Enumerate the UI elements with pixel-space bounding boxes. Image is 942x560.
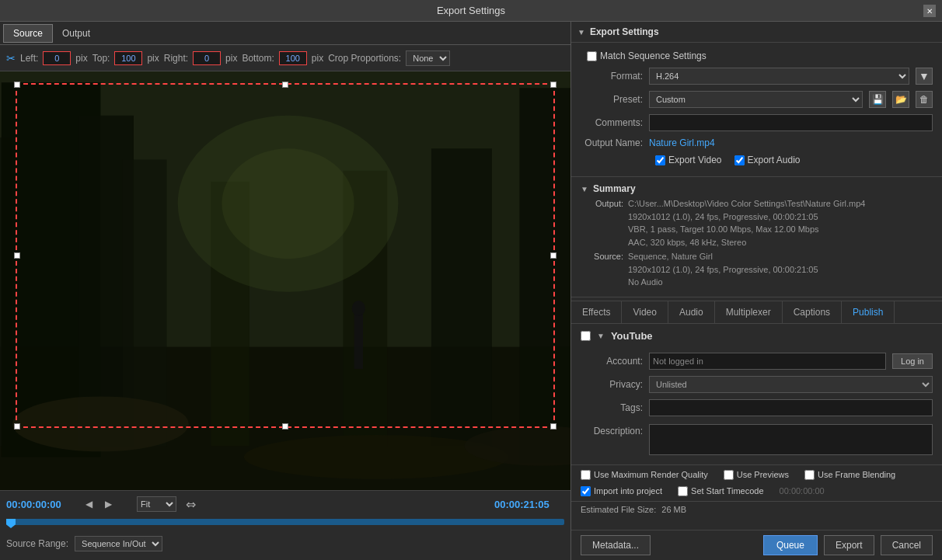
max-render-quality-checkbox[interactable] — [581, 470, 591, 480]
set-start-timecode-checkbox[interactable] — [678, 486, 688, 496]
comments-row: Comments: — [581, 111, 933, 134]
svg-rect-7 — [519, 88, 570, 462]
match-sequence-checkbox[interactable] — [587, 51, 597, 61]
bottom-input[interactable] — [279, 51, 307, 65]
title-bar: Export Settings ✕ — [0, 0, 942, 22]
zoom-select[interactable]: Fit 25% 50% 100% — [137, 496, 176, 512]
match-sequence-label: Match Sequence Settings — [600, 50, 706, 61]
crop-proportions-select[interactable]: None — [406, 50, 450, 66]
crop-controls: ✂ Left: pix Top: pix Right: pix Bottom: … — [0, 45, 570, 71]
export-button[interactable]: Export — [824, 535, 874, 555]
summary-collapse[interactable]: ▼ — [581, 185, 588, 193]
crop-icon: ✂ — [6, 52, 16, 64]
export-settings-area: Match Sequence Settings Format: H.264 H.… — [571, 43, 942, 173]
tab-source[interactable]: Source — [3, 24, 53, 43]
export-video-label: Export Video — [668, 155, 722, 165]
export-settings-title: Export Settings — [590, 26, 659, 37]
tab-effects[interactable]: Effects — [571, 301, 622, 323]
video-preview — [0, 71, 570, 490]
transport-forward[interactable]: ▶ — [102, 497, 115, 511]
metadata-button[interactable]: Metadata... — [581, 535, 651, 555]
login-button[interactable]: Log in — [892, 353, 933, 369]
format-icon-1: ▼ — [916, 68, 933, 85]
delete-preset-btn[interactable]: 🗑 — [916, 91, 933, 108]
set-start-timecode-check[interactable]: Set Start Timecode — [678, 486, 764, 496]
left-panel: Source Output ✂ Left: pix Top: pix Right… — [0, 22, 571, 560]
top-unit: pix — [147, 53, 159, 64]
account-row: Account: Log in — [581, 350, 933, 373]
comments-input[interactable] — [649, 114, 933, 131]
source-range-select[interactable]: Sequence In/Out Work Area Entire Sequenc… — [75, 536, 162, 551]
queue-button[interactable]: Queue — [763, 535, 818, 555]
file-size-value: 26 MB — [661, 505, 686, 514]
collapse-arrow[interactable]: ▼ — [577, 28, 585, 37]
export-audio-checkbox[interactable] — [734, 155, 745, 165]
comments-label: Comments: — [581, 117, 643, 128]
timeline-bar-area[interactable] — [0, 517, 570, 533]
use-previews-check[interactable]: Use Previews — [724, 470, 789, 480]
format-label: Format: — [581, 71, 643, 82]
tab-audio[interactable]: Audio — [668, 301, 715, 323]
bottom-unit: pix — [312, 53, 323, 64]
output-name-value[interactable]: Nature Girl.mp4 — [649, 137, 715, 148]
summary-output-value: C:\User...M\Desktop\Video Color Settings… — [628, 197, 865, 249]
use-previews-checkbox[interactable] — [724, 470, 734, 480]
youtube-enable-checkbox[interactable] — [581, 331, 591, 341]
max-render-quality-label: Use Maximum Render Quality — [594, 470, 708, 479]
summary-source-value: Sequence, Nature Girl 1920x1012 (1.0), 2… — [628, 250, 818, 289]
import-preset-btn[interactable]: 📂 — [892, 91, 909, 108]
tab-multiplexer[interactable]: Multiplexer — [715, 301, 783, 323]
right-unit: pix — [225, 53, 237, 64]
fit-icon[interactable]: ⇔ — [183, 496, 199, 513]
tags-label: Tags: — [581, 402, 643, 413]
timeline-controls: 00:00:00:00 ◀ ▶ Fit 25% 50% 100% ⇔ 00:00… — [0, 491, 570, 517]
import-into-project-check[interactable]: Import into project — [581, 486, 662, 496]
max-render-quality-check[interactable]: Use Maximum Render Quality — [581, 470, 708, 480]
summary-header: ▼ Summary — [581, 183, 933, 194]
left-input[interactable] — [43, 51, 71, 65]
frame-blending-check[interactable]: Use Frame Blending — [804, 470, 895, 480]
svg-rect-18 — [354, 314, 363, 369]
import-into-project-checkbox[interactable] — [581, 486, 591, 496]
youtube-header: ▼ YouTube — [581, 330, 933, 342]
use-previews-label: Use Previews — [737, 470, 789, 479]
format-select[interactable]: H.264 H.265 QuickTime — [649, 68, 909, 85]
timeline-bar — [6, 519, 564, 525]
top-label: Top: — [92, 53, 110, 64]
export-video-check[interactable]: Export Video — [655, 155, 722, 165]
account-input[interactable] — [649, 353, 886, 370]
source-range-row: Source Range: Sequence In/Out Work Area … — [0, 533, 570, 555]
preset-select[interactable]: Custom Match Source — [649, 91, 863, 108]
svg-point-19 — [352, 301, 365, 316]
tab-publish[interactable]: Publish — [842, 301, 895, 323]
youtube-title: YouTube — [611, 330, 653, 342]
save-preset-btn[interactable]: 💾 — [869, 91, 886, 108]
tab-output[interactable]: Output — [53, 25, 99, 42]
top-input[interactable] — [114, 51, 142, 65]
description-textarea[interactable] — [649, 424, 933, 455]
frame-blending-checkbox[interactable] — [804, 470, 815, 480]
timeline-area: 00:00:00:00 ◀ ▶ Fit 25% 50% 100% ⇔ 00:00… — [0, 490, 570, 560]
youtube-collapse[interactable]: ▼ — [597, 332, 605, 340]
timeline-playhead[interactable] — [6, 519, 16, 528]
svg-rect-12 — [431, 148, 492, 446]
export-audio-check[interactable]: Export Audio — [734, 155, 801, 165]
start-timecode-value: 00:00:00:00 — [780, 486, 825, 496]
right-input[interactable] — [193, 51, 221, 65]
summary-title: Summary — [593, 183, 636, 194]
match-sequence-row: Match Sequence Settings — [581, 47, 933, 64]
summary-source-row: Source: Sequence, Nature Girl 1920x1012 … — [581, 250, 933, 289]
summary-section: ▼ Summary Output: C:\User...M\Desktop\Vi… — [571, 180, 942, 294]
tab-video[interactable]: Video — [622, 301, 668, 323]
transport-back[interactable]: ◀ — [82, 497, 96, 511]
export-video-checkbox[interactable] — [655, 155, 665, 165]
frame-blending-label: Use Frame Blending — [818, 470, 895, 479]
close-button[interactable]: ✕ — [923, 5, 936, 17]
tags-input[interactable] — [649, 399, 933, 416]
cancel-button[interactable]: Cancel — [881, 535, 933, 555]
tab-captions[interactable]: Captions — [783, 301, 842, 323]
bottom-checkboxes: Use Maximum Render Quality Use Previews … — [571, 464, 942, 501]
timecode-start: 00:00:00:00 — [6, 499, 76, 510]
privacy-select[interactable]: Public Unlisted Private — [649, 376, 933, 393]
set-start-timecode-label: Set Start Timecode — [691, 486, 764, 496]
